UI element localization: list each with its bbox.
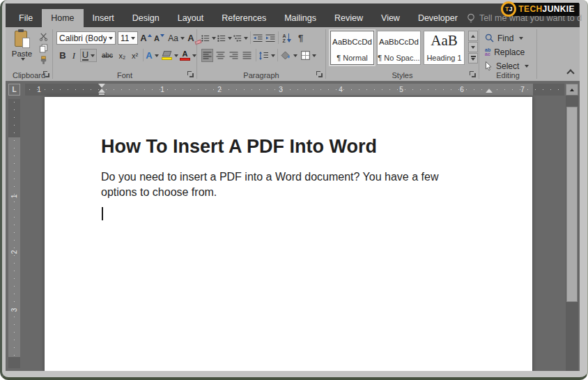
clipboard-dialog-launcher[interactable] — [43, 71, 50, 78]
shrink-font-arrow-icon — [160, 34, 164, 37]
group-paragraph: AZ ¶ — [197, 27, 325, 81]
bullets-button[interactable] — [201, 31, 216, 45]
tab-mailings[interactable]: Mailings — [275, 9, 325, 27]
scissors-icon — [39, 32, 48, 41]
paragraph-dialog-launcher[interactable] — [316, 71, 323, 78]
scroll-up-arrow-icon — [570, 89, 574, 91]
multilevel-list-button[interactable] — [233, 31, 248, 45]
find-magnifier-icon — [485, 33, 494, 43]
font-size-combo[interactable]: 11 — [118, 31, 138, 45]
font-family-combo[interactable]: Calibri (Body) — [56, 31, 116, 45]
shading-button[interactable] — [280, 49, 297, 62]
document-paragraph[interactable]: Do you need to insert a PDF into a Word … — [101, 169, 465, 200]
numbering-button[interactable] — [217, 31, 232, 45]
font-dialog-launcher[interactable] — [187, 71, 194, 78]
styles-scroll-up-button[interactable] — [468, 31, 478, 41]
cut-button[interactable] — [38, 32, 49, 41]
clear-formatting-button[interactable]: A — [185, 31, 196, 45]
ruler-ticks — [29, 89, 560, 90]
horizontal-ruler[interactable]: 1 1 2 3 4 5 6 7 — [25, 84, 564, 96]
sort-button[interactable]: AZ — [280, 31, 293, 45]
lightbulb-icon — [467, 13, 475, 24]
paste-label: Paste — [12, 50, 32, 58]
paste-button[interactable]: Paste — [9, 30, 35, 68]
grow-font-arrow-icon — [148, 34, 152, 37]
tab-design[interactable]: Design — [123, 9, 169, 27]
change-case-button[interactable]: Aa — [168, 31, 185, 45]
align-left-button[interactable] — [201, 49, 213, 62]
vertical-ruler[interactable]: 1 2 3 — [8, 99, 20, 368]
paint-bucket-icon — [281, 51, 291, 60]
grow-font-button[interactable]: A — [140, 31, 152, 45]
copy-button[interactable] — [38, 44, 49, 53]
text-effects-button[interactable]: A — [145, 49, 160, 62]
word-window: TJ TECHJUNKIE File Home Insert Design La… — [0, 0, 588, 380]
scrollbar-thumb[interactable] — [566, 107, 578, 302]
collapse-ribbon-chevron[interactable] — [566, 69, 574, 77]
justify-button[interactable] — [241, 49, 253, 62]
editing-group-label: Editing — [479, 71, 536, 79]
right-indent-marker[interactable] — [486, 89, 493, 93]
vertical-scrollbar[interactable] — [566, 84, 578, 371]
style-normal[interactable]: AaBbCcDd ¶ Normal — [330, 31, 374, 65]
font-family-value: Calibri (Body) — [59, 33, 107, 43]
logo-monogram-j: J — [509, 6, 513, 13]
underline-button[interactable]: U — [80, 49, 97, 62]
show-formatting-button[interactable]: ¶ — [295, 31, 306, 45]
paragraph-group-label: Paragraph — [197, 71, 325, 79]
group-editing: Find abac Replace Select Editing — [479, 27, 536, 81]
first-line-indent-marker[interactable] — [98, 84, 105, 88]
text-highlight-button[interactable] — [161, 49, 179, 62]
tab-references[interactable]: References — [212, 9, 275, 27]
format-painter-button[interactable] — [38, 56, 49, 65]
increase-indent-button[interactable] — [265, 31, 276, 45]
styles-scroll-down-button[interactable] — [468, 42, 478, 52]
tab-stop-selector[interactable]: L — [8, 84, 20, 96]
superscript-button[interactable]: x² — [129, 49, 141, 62]
tab-home[interactable]: Home — [42, 9, 83, 27]
line-spacing-icon — [258, 52, 269, 60]
italic-button[interactable]: I — [70, 49, 78, 62]
copy-icon — [39, 44, 48, 53]
styles-group-label: Styles — [326, 71, 479, 79]
subscript-button[interactable]: x₂ — [116, 49, 128, 62]
replace-icon: abac — [485, 48, 490, 56]
align-center-icon — [216, 52, 225, 59]
styles-dialog-launcher[interactable] — [470, 71, 477, 78]
up-caret-icon — [471, 35, 475, 38]
shrink-font-button[interactable]: A — [153, 31, 165, 45]
replace-button[interactable]: abac Replace — [485, 46, 525, 58]
style-no-spacing[interactable]: AaBbCcDd ¶ No Spac... — [377, 31, 421, 65]
tab-file[interactable]: File — [10, 9, 42, 27]
more-caret-icon — [471, 58, 475, 61]
tab-review[interactable]: Review — [325, 9, 372, 27]
align-right-icon — [229, 52, 238, 59]
align-center-button[interactable] — [215, 49, 226, 62]
font-color-button[interactable]: A — [180, 49, 196, 62]
bold-button[interactable]: B — [57, 49, 68, 62]
tab-developer[interactable]: Developer — [409, 9, 467, 27]
format-painter-icon — [39, 56, 48, 65]
find-button[interactable]: Find — [485, 32, 523, 44]
scroll-up-button[interactable] — [566, 84, 578, 96]
tab-layout[interactable]: Layout — [169, 9, 213, 27]
tab-view[interactable]: View — [372, 9, 409, 27]
tab-insert[interactable]: Insert — [84, 9, 123, 27]
strikethrough-button[interactable]: abc — [99, 49, 116, 62]
select-button[interactable]: Select — [485, 60, 529, 72]
increase-indent-icon — [265, 34, 275, 43]
left-indent-marker[interactable] — [98, 93, 105, 96]
ribbon-tab-bar: File Home Insert Design Layout Reference… — [6, 3, 580, 27]
styles-more-button[interactable] — [468, 53, 478, 63]
decrease-indent-button[interactable] — [252, 31, 263, 45]
borders-button[interactable] — [300, 49, 317, 62]
style-heading-1[interactable]: AaB Heading 1 — [424, 31, 465, 65]
align-left-icon — [203, 52, 212, 59]
numbered-list-icon — [217, 34, 226, 43]
bullet-list-icon — [201, 34, 210, 43]
multilevel-list-icon — [233, 34, 242, 43]
align-right-button[interactable] — [228, 49, 240, 62]
document-page[interactable]: How To Insert A PDF Into Word Do you nee… — [45, 97, 532, 371]
line-spacing-button[interactable] — [258, 49, 275, 62]
document-heading[interactable]: How To Insert A PDF Into Word — [101, 136, 377, 158]
